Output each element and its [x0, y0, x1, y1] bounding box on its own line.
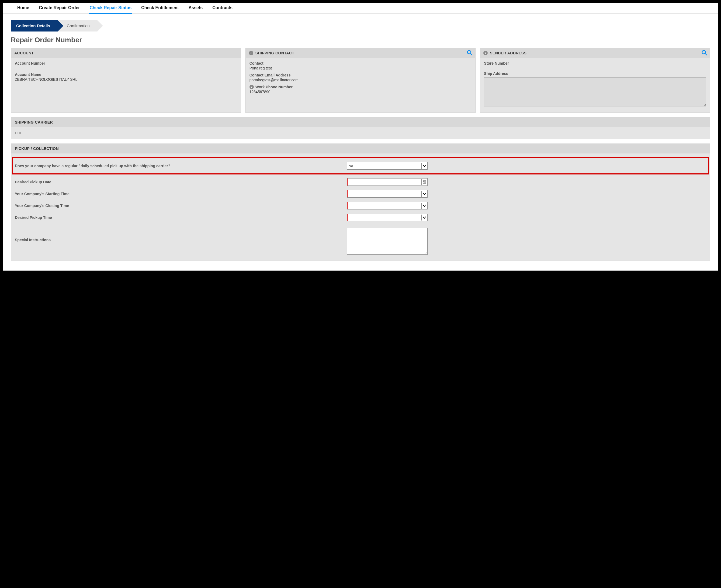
closing-time-row: Your Company's Closing Time [15, 200, 706, 212]
special-instructions-row: Special Instructions [15, 224, 706, 257]
nav-contracts[interactable]: Contracts [212, 5, 233, 14]
info-icon: i [249, 51, 253, 55]
scheduled-pickup-highlight: Does your company have a regular / daily… [12, 157, 709, 174]
closing-time-label: Your Company's Closing Time [15, 203, 347, 208]
pickup-collection-section: PICKUP / COLLECTION Does your company ha… [11, 144, 710, 261]
wizard-step-confirmation[interactable]: Confirmation [58, 20, 97, 31]
nav-assets[interactable]: Assets [188, 5, 203, 14]
top-nav: Home Create Repair Order Check Repair St… [3, 3, 718, 14]
page-root: Home Create Repair Order Check Repair St… [3, 3, 718, 271]
account-name-value: ZEBRA TECHNOLOGIES ITALY SRL [15, 77, 237, 82]
scheduled-pickup-select[interactable]: No [347, 162, 427, 170]
info-icon: i [483, 51, 488, 55]
chevron-down-icon [421, 203, 427, 209]
chevron-down-icon [421, 163, 427, 169]
shipping-contact-heading: i SHIPPING CONTACT [246, 48, 476, 58]
shipping-contact-card: i SHIPPING CONTACT Contact Portalreg tes… [245, 48, 476, 113]
starting-time-label: Your Company's Starting Time [15, 191, 347, 196]
starting-time-row: Your Company's Starting Time [15, 188, 706, 200]
desired-pickup-time-select[interactable] [347, 214, 427, 221]
account-name-label: Account Name [15, 72, 237, 77]
work-phone-label-text: Work Phone Number [256, 85, 293, 89]
nav-check-repair-status[interactable]: Check Repair Status [89, 5, 132, 14]
closing-time-select[interactable] [347, 202, 427, 209]
svg-point-5 [423, 181, 425, 183]
svg-point-2 [702, 50, 706, 54]
ship-address-label: Ship Address [484, 71, 706, 76]
account-heading-text: ACCOUNT [14, 51, 34, 55]
info-cards-row: ACCOUNT Account Number Account Name ZEBR… [11, 48, 710, 113]
sender-address-card: i SENDER ADDRESS Store Number Ship Addre… [480, 48, 710, 113]
work-phone-value: 1234567890 [249, 90, 472, 94]
starting-time-select[interactable] [347, 190, 427, 197]
scheduled-pickup-value: No [349, 164, 353, 168]
scheduled-pickup-row: Does your company have a regular / daily… [15, 160, 706, 172]
account-card: ACCOUNT Account Number Account Name ZEBR… [11, 48, 241, 113]
special-instructions-textarea[interactable] [347, 228, 427, 255]
desired-pickup-date-row: Desired Pickup Date [15, 176, 706, 188]
search-icon[interactable] [701, 50, 707, 57]
date-picker-icon[interactable] [421, 179, 427, 185]
account-number-label: Account Number [15, 61, 237, 65]
svg-line-3 [705, 53, 707, 55]
contact-email-label: Contact Email Address [249, 73, 472, 77]
desired-pickup-time-row: Desired Pickup Time [15, 212, 706, 224]
svg-line-6 [425, 182, 425, 183]
store-number-label: Store Number [484, 61, 706, 65]
contact-email-value: portalregtest@mailinator.com [249, 78, 472, 82]
sender-address-heading: i SENDER ADDRESS [480, 48, 710, 58]
shipping-carrier-heading: SHIPPING CARRIER [11, 118, 710, 127]
ship-address-textarea[interactable] [484, 77, 706, 107]
chevron-down-icon [421, 191, 427, 197]
shipping-carrier-value: DHL [11, 127, 710, 139]
search-icon[interactable] [467, 50, 473, 57]
svg-point-0 [467, 50, 471, 54]
content-area: ACCOUNT Account Number Account Name ZEBR… [3, 48, 718, 261]
contact-label: Contact [249, 61, 472, 65]
wizard-steps: Collection Details Confirmation [11, 20, 718, 31]
sender-address-heading-text: SENDER ADDRESS [490, 51, 526, 55]
nav-create-repair-order[interactable]: Create Repair Order [38, 5, 80, 14]
chevron-down-icon [421, 215, 427, 220]
pickup-collection-heading: PICKUP / COLLECTION [11, 144, 710, 153]
desired-pickup-date-input[interactable] [347, 178, 427, 186]
account-card-heading: ACCOUNT [11, 48, 241, 58]
svg-line-1 [470, 53, 472, 55]
shipping-carrier-section: SHIPPING CARRIER DHL [11, 117, 710, 139]
page-title: Repair Order Number [11, 36, 718, 44]
scheduled-pickup-label: Does your company have a regular / daily… [15, 163, 347, 169]
nav-check-entitlement[interactable]: Check Entitlement [141, 5, 179, 14]
desired-pickup-time-label: Desired Pickup Time [15, 215, 347, 220]
contact-value: Portalreg test [249, 66, 472, 70]
nav-home[interactable]: Home [17, 5, 29, 14]
wizard-step-collection-details[interactable]: Collection Details [11, 20, 58, 31]
special-instructions-label: Special Instructions [15, 228, 347, 243]
info-icon: i [249, 85, 254, 89]
shipping-contact-heading-text: SHIPPING CONTACT [256, 51, 295, 55]
work-phone-label: i Work Phone Number [249, 85, 472, 89]
desired-pickup-date-label: Desired Pickup Date [15, 180, 347, 185]
